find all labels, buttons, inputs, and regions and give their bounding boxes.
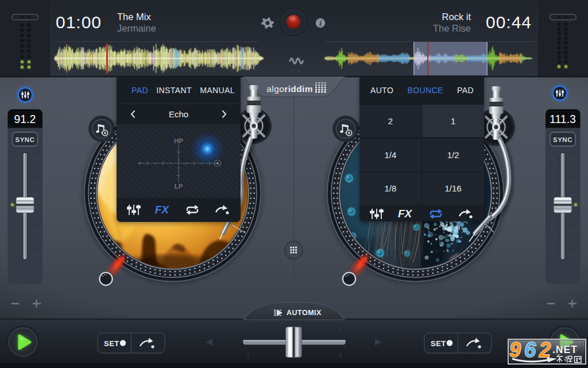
svg-text:SYNC: SYNC bbox=[553, 136, 572, 143]
svg-text:LP: LP bbox=[175, 183, 183, 190]
svg-text:AUTOMIX: AUTOMIX bbox=[287, 309, 322, 317]
svg-text:HP: HP bbox=[174, 137, 183, 144]
svg-text:Jermaine: Jermaine bbox=[117, 23, 156, 33]
svg-text:Rock it: Rock it bbox=[442, 12, 471, 22]
svg-text:111.3: 111.3 bbox=[550, 113, 576, 125]
svg-text:SET: SET bbox=[431, 339, 446, 348]
svg-text:i: i bbox=[319, 20, 322, 28]
svg-text:The Rise: The Rise bbox=[433, 23, 471, 33]
svg-text:SET: SET bbox=[104, 339, 119, 348]
svg-text:9: 9 bbox=[509, 340, 521, 362]
svg-text:SYNC: SYNC bbox=[16, 136, 35, 143]
svg-text:.NET: .NET bbox=[552, 344, 578, 355]
svg-text:01:00: 01:00 bbox=[56, 13, 102, 32]
svg-text:The Mix: The Mix bbox=[117, 12, 151, 22]
svg-text:00:44: 00:44 bbox=[486, 13, 532, 32]
svg-text:6: 6 bbox=[524, 340, 536, 362]
svg-text:91.2: 91.2 bbox=[14, 113, 36, 125]
